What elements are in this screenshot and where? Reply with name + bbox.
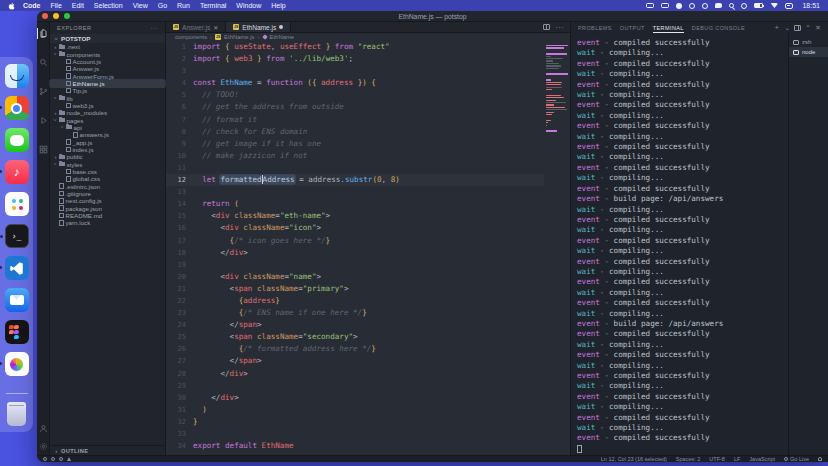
branch-icon[interactable] xyxy=(51,457,55,461)
source-control-icon[interactable] xyxy=(37,86,50,97)
maximize-panel-icon[interactable]: ⌃ xyxy=(805,24,811,32)
menu-item-window[interactable]: Window xyxy=(231,2,266,9)
screen-record-icon[interactable] xyxy=(689,3,695,9)
apple-menu-icon[interactable] xyxy=(8,2,16,10)
warnings-icon[interactable] xyxy=(67,457,71,461)
tree-item-pages[interactable]: ›pages xyxy=(50,116,165,123)
slack-dock-icon[interactable] xyxy=(5,192,29,216)
mail-dock-icon[interactable] xyxy=(5,288,29,312)
modified-dot-icon[interactable] xyxy=(279,25,283,29)
panel-tab-output[interactable]: OUTPUT xyxy=(620,22,645,33)
camera-icon[interactable] xyxy=(702,3,708,9)
battery-icon[interactable] xyxy=(754,3,763,8)
tree-item-readme-md[interactable]: README.md xyxy=(50,212,165,219)
go-live-button[interactable]: Go Live xyxy=(784,456,809,462)
tree-item-base-css[interactable]: base.css xyxy=(50,168,165,175)
close-panel-icon[interactable]: ✕ xyxy=(815,24,821,32)
menu-item-go[interactable]: Go xyxy=(153,2,172,9)
tree-item-package-json[interactable]: package.json xyxy=(50,205,165,212)
breadcrumb-item[interactable]: EthName xyxy=(270,34,295,40)
tab-ethname-js[interactable]: JSEthName.js xyxy=(226,22,291,32)
menu-item-file[interactable]: File xyxy=(46,2,67,9)
messages-dock-icon[interactable] xyxy=(5,128,29,152)
cursor-position-status[interactable]: Ln 12, Col 23 (16 selected) xyxy=(601,456,667,462)
menu-item-run[interactable]: Run xyxy=(172,2,195,9)
siri-icon[interactable] xyxy=(741,3,747,9)
window-title-bar[interactable]: EthName.js — potstop xyxy=(37,11,828,22)
menu-item-edit[interactable]: Edit xyxy=(67,2,89,9)
remote-icon[interactable] xyxy=(43,457,47,461)
trash-dock-icon[interactable] xyxy=(7,402,26,426)
menu-bar-clock[interactable]: 18:51 xyxy=(800,2,820,9)
menu-item-selection[interactable]: Selection xyxy=(89,2,128,9)
spotlight-search-icon[interactable] xyxy=(729,3,734,8)
tree-item-next-config-js[interactable]: next.config.js xyxy=(50,197,165,204)
tree-item-answerform-js[interactable]: AnswerForm.js xyxy=(50,72,165,79)
breadcrumb-item[interactable]: components xyxy=(175,34,207,40)
tree-item-answer-js[interactable]: Answer.js xyxy=(50,65,165,72)
tree-item-tip-js[interactable]: Tip.js xyxy=(50,87,165,94)
breadcrumb[interactable]: components›JSEthName.js›EthName xyxy=(166,33,570,41)
tree-item-api[interactable]: ›api xyxy=(50,124,165,131)
errors-icon[interactable] xyxy=(59,457,63,461)
explorer-icon[interactable] xyxy=(37,28,50,39)
tree-item-styles[interactable]: ›styles xyxy=(50,161,165,168)
chrome-dock-icon[interactable] xyxy=(5,96,29,120)
terminal-output[interactable]: event - compiled successfullywait - comp… xyxy=(571,33,788,455)
breadcrumb-item[interactable]: EthName.js xyxy=(224,34,254,40)
tree-item--next[interactable]: ›.next xyxy=(50,43,165,50)
tree-item-answers-js[interactable]: answers.js xyxy=(50,131,165,138)
terminal-dock-icon[interactable]: ›_ xyxy=(5,224,29,248)
run-debug-icon[interactable] xyxy=(37,115,50,126)
finder-dock-icon[interactable] xyxy=(5,64,29,88)
vscode-dock-icon[interactable] xyxy=(5,256,29,280)
search-icon[interactable] xyxy=(37,57,50,68)
encoding-status[interactable]: UTF-8 xyxy=(709,456,725,462)
tree-item-ethname-js[interactable]: EthName.js xyxy=(50,80,165,87)
keyboard-icon[interactable] xyxy=(661,3,669,8)
minimap[interactable] xyxy=(544,41,570,455)
workspace-root-row[interactable]: › POTSTOP xyxy=(50,34,165,43)
menu-item-help[interactable]: Help xyxy=(266,2,290,9)
zoom-window-button[interactable] xyxy=(64,13,70,19)
extensions-icon[interactable] xyxy=(37,144,50,155)
wifi-icon[interactable] xyxy=(770,3,778,8)
notifications-bell-icon[interactable] xyxy=(818,457,822,461)
do-not-disturb-icon[interactable] xyxy=(676,3,682,9)
menu-item-terminal[interactable]: Terminal xyxy=(195,2,231,9)
tree-item-global-css[interactable]: global.css xyxy=(50,175,165,182)
menu-item-view[interactable]: View xyxy=(128,2,153,9)
explorer-more-actions-icon[interactable]: ··· xyxy=(151,25,159,31)
tree-item-yarn-lock[interactable]: yarn.lock xyxy=(50,219,165,226)
stage-manager-icon[interactable] xyxy=(646,3,654,8)
split-editor-icon[interactable] xyxy=(543,24,550,30)
close-window-button[interactable] xyxy=(42,13,48,19)
settings-icon[interactable] xyxy=(37,441,50,452)
music-dock-icon[interactable]: ♪ xyxy=(5,160,29,184)
outline-section[interactable]: › OUTLINE xyxy=(50,445,165,455)
panel-tab-debug-console[interactable]: DEBUG CONSOLE xyxy=(692,22,745,33)
split-terminal-icon[interactable] xyxy=(794,25,801,31)
language-mode-status[interactable]: JavaScript xyxy=(749,456,775,462)
tree-item-public[interactable]: ›public xyxy=(50,153,165,160)
control-center-icon[interactable] xyxy=(785,3,793,9)
notification-bubble-icon[interactable] xyxy=(715,3,722,9)
tree-item--eslintrc-json[interactable]: .eslintrc.json xyxy=(50,183,165,190)
code-area[interactable]: 1import { useState, useEffect } from "re… xyxy=(166,41,544,455)
new-terminal-icon[interactable]: ＋ xyxy=(774,23,781,32)
tree-item-account-js[interactable]: Account.js xyxy=(50,58,165,65)
tree-item-node-modules[interactable]: ›node_modules xyxy=(50,109,165,116)
panel-tab-problems[interactable]: PROBLEMS xyxy=(578,22,612,33)
panel-tab-terminal[interactable]: TERMINAL xyxy=(653,22,684,33)
tree-item-web3-js[interactable]: web3.js xyxy=(50,102,165,109)
terminal-instance-node[interactable]: ›node xyxy=(789,47,828,57)
tree-item-lib[interactable]: ›lib xyxy=(50,94,165,101)
close-tab-icon[interactable]: ✕ xyxy=(213,24,218,31)
terminal-picker-chevron-icon[interactable]: ⌄ xyxy=(784,24,790,32)
editor-pane[interactable]: 1import { useState, useEffect } from "re… xyxy=(166,41,570,455)
tree-item-components[interactable]: ›components xyxy=(50,50,165,57)
indentation-status[interactable]: Spaces: 2 xyxy=(676,456,700,462)
tree-item--gitignore[interactable]: .gitignore xyxy=(50,190,165,197)
menu-item-code[interactable]: Code xyxy=(18,2,46,9)
tab-answer-js[interactable]: JSAnswer.js✕ xyxy=(166,22,226,32)
